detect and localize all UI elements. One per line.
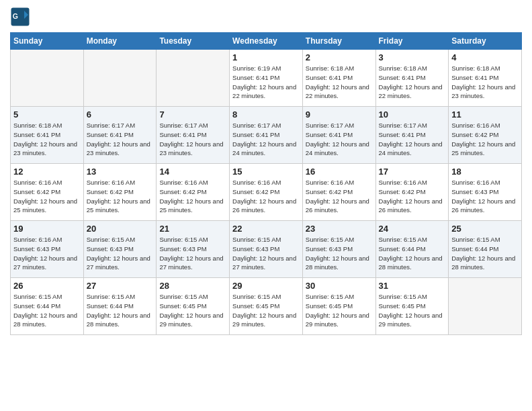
calendar-cell: 24Sunrise: 6:15 AM Sunset: 6:44 PM Dayli… [375, 221, 449, 278]
day-info: Sunrise: 6:16 AM Sunset: 6:42 PM Dayligh… [87, 178, 154, 215]
calendar-cell: 10Sunrise: 6:17 AM Sunset: 6:41 PM Dayli… [375, 107, 449, 164]
day-info: Sunrise: 6:16 AM Sunset: 6:42 PM Dayligh… [232, 178, 300, 215]
day-number: 27 [87, 281, 154, 291]
day-info: Sunrise: 6:16 AM Sunset: 6:42 PM Dayligh… [306, 178, 373, 215]
calendar-cell [11, 50, 84, 107]
day-info: Sunrise: 6:16 AM Sunset: 6:42 PM Dayligh… [379, 178, 446, 215]
calendar-cell: 31Sunrise: 6:15 AM Sunset: 6:45 PM Dayli… [375, 278, 449, 335]
calendar-cell: 11Sunrise: 6:16 AM Sunset: 6:42 PM Dayli… [449, 107, 522, 164]
day-info: Sunrise: 6:17 AM Sunset: 6:41 PM Dayligh… [306, 121, 373, 158]
svg-text:G: G [13, 12, 18, 20]
day-info: Sunrise: 6:17 AM Sunset: 6:41 PM Dayligh… [159, 121, 226, 158]
calendar-week-1: 1Sunrise: 6:19 AM Sunset: 6:41 PM Daylig… [11, 50, 522, 107]
weekday-header-tuesday: Tuesday [157, 33, 230, 50]
day-number: 25 [451, 224, 519, 234]
calendar-cell: 14Sunrise: 6:16 AM Sunset: 6:42 PM Dayli… [157, 164, 230, 221]
calendar-cell: 17Sunrise: 6:16 AM Sunset: 6:42 PM Dayli… [375, 164, 449, 221]
calendar-cell: 19Sunrise: 6:16 AM Sunset: 6:43 PM Dayli… [11, 221, 84, 278]
weekday-header-row: SundayMondayTuesdayWednesdayThursdayFrid… [11, 33, 522, 50]
day-info: Sunrise: 6:17 AM Sunset: 6:41 PM Dayligh… [379, 121, 446, 158]
calendar-cell: 21Sunrise: 6:15 AM Sunset: 6:43 PM Dayli… [157, 221, 230, 278]
calendar-cell: 30Sunrise: 6:15 AM Sunset: 6:45 PM Dayli… [302, 278, 375, 335]
day-number: 12 [13, 167, 81, 177]
calendar-cell: 22Sunrise: 6:15 AM Sunset: 6:43 PM Dayli… [230, 221, 303, 278]
calendar-cell [157, 50, 230, 107]
day-number: 6 [87, 109, 154, 120]
day-info: Sunrise: 6:15 AM Sunset: 6:43 PM Dayligh… [306, 235, 373, 272]
weekday-header-monday: Monday [83, 33, 157, 50]
day-info: Sunrise: 6:15 AM Sunset: 6:44 PM Dayligh… [13, 292, 81, 329]
day-number: 19 [13, 224, 81, 234]
day-number: 2 [306, 52, 373, 62]
day-number: 13 [87, 167, 154, 177]
day-number: 9 [306, 109, 373, 120]
day-info: Sunrise: 6:16 AM Sunset: 6:43 PM Dayligh… [451, 178, 519, 215]
day-info: Sunrise: 6:16 AM Sunset: 6:42 PM Dayligh… [13, 178, 81, 215]
day-number: 7 [159, 109, 226, 120]
day-number: 22 [232, 224, 300, 234]
calendar-cell: 16Sunrise: 6:16 AM Sunset: 6:42 PM Dayli… [302, 164, 375, 221]
day-number: 14 [159, 167, 226, 177]
calendar-cell [449, 278, 522, 335]
day-info: Sunrise: 6:15 AM Sunset: 6:43 PM Dayligh… [159, 235, 226, 272]
day-number: 31 [379, 281, 446, 291]
calendar-cell: 20Sunrise: 6:15 AM Sunset: 6:43 PM Dayli… [83, 221, 157, 278]
day-info: Sunrise: 6:15 AM Sunset: 6:43 PM Dayligh… [87, 235, 154, 272]
day-number: 30 [306, 281, 373, 291]
day-number: 1 [232, 52, 300, 62]
calendar-cell: 29Sunrise: 6:15 AM Sunset: 6:45 PM Dayli… [230, 278, 303, 335]
day-number: 8 [232, 109, 300, 120]
calendar-cell: 9Sunrise: 6:17 AM Sunset: 6:41 PM Daylig… [302, 107, 375, 164]
day-info: Sunrise: 6:15 AM Sunset: 6:44 PM Dayligh… [379, 235, 446, 272]
day-info: Sunrise: 6:15 AM Sunset: 6:45 PM Dayligh… [306, 292, 373, 329]
day-number: 24 [379, 224, 446, 234]
calendar-cell: 18Sunrise: 6:16 AM Sunset: 6:43 PM Dayli… [449, 164, 522, 221]
day-number: 21 [159, 224, 226, 234]
day-info: Sunrise: 6:16 AM Sunset: 6:43 PM Dayligh… [13, 235, 81, 272]
day-info: Sunrise: 6:18 AM Sunset: 6:41 PM Dayligh… [13, 121, 81, 158]
day-info: Sunrise: 6:17 AM Sunset: 6:41 PM Dayligh… [232, 121, 300, 158]
calendar-cell: 23Sunrise: 6:15 AM Sunset: 6:43 PM Dayli… [302, 221, 375, 278]
calendar-cell: 25Sunrise: 6:15 AM Sunset: 6:44 PM Dayli… [449, 221, 522, 278]
weekday-header-thursday: Thursday [302, 33, 375, 50]
day-number: 20 [87, 224, 154, 234]
day-number: 23 [306, 224, 373, 234]
calendar-header: SundayMondayTuesdayWednesdayThursdayFrid… [11, 33, 522, 50]
page-header: G [10, 7, 522, 27]
calendar-week-5: 26Sunrise: 6:15 AM Sunset: 6:44 PM Dayli… [11, 278, 522, 335]
weekday-header-sunday: Sunday [11, 33, 84, 50]
calendar-cell: 6Sunrise: 6:17 AM Sunset: 6:41 PM Daylig… [83, 107, 157, 164]
day-number: 26 [13, 281, 81, 291]
day-info: Sunrise: 6:18 AM Sunset: 6:41 PM Dayligh… [379, 64, 446, 101]
calendar-cell: 3Sunrise: 6:18 AM Sunset: 6:41 PM Daylig… [375, 50, 449, 107]
day-number: 16 [306, 167, 373, 177]
day-number: 10 [379, 109, 446, 120]
day-info: Sunrise: 6:15 AM Sunset: 6:45 PM Dayligh… [379, 292, 446, 329]
day-number: 4 [451, 52, 519, 62]
day-info: Sunrise: 6:16 AM Sunset: 6:42 PM Dayligh… [159, 178, 226, 215]
day-number: 15 [232, 167, 300, 177]
calendar-cell: 27Sunrise: 6:15 AM Sunset: 6:44 PM Dayli… [83, 278, 157, 335]
day-info: Sunrise: 6:19 AM Sunset: 6:41 PM Dayligh… [232, 64, 300, 101]
day-number: 3 [379, 52, 446, 62]
weekday-header-saturday: Saturday [449, 33, 522, 50]
calendar-cell: 13Sunrise: 6:16 AM Sunset: 6:42 PM Dayli… [83, 164, 157, 221]
day-info: Sunrise: 6:15 AM Sunset: 6:44 PM Dayligh… [451, 235, 519, 272]
calendar-cell: 1Sunrise: 6:19 AM Sunset: 6:41 PM Daylig… [230, 50, 303, 107]
day-info: Sunrise: 6:15 AM Sunset: 6:45 PM Dayligh… [159, 292, 226, 329]
day-number: 18 [451, 167, 519, 177]
calendar-cell: 12Sunrise: 6:16 AM Sunset: 6:42 PM Dayli… [11, 164, 84, 221]
calendar-cell: 8Sunrise: 6:17 AM Sunset: 6:41 PM Daylig… [230, 107, 303, 164]
day-info: Sunrise: 6:15 AM Sunset: 6:43 PM Dayligh… [232, 235, 300, 272]
weekday-header-friday: Friday [375, 33, 449, 50]
day-info: Sunrise: 6:15 AM Sunset: 6:44 PM Dayligh… [87, 292, 154, 329]
day-number: 5 [13, 109, 81, 120]
weekday-header-wednesday: Wednesday [230, 33, 303, 50]
calendar-cell: 2Sunrise: 6:18 AM Sunset: 6:41 PM Daylig… [302, 50, 375, 107]
calendar-week-4: 19Sunrise: 6:16 AM Sunset: 6:43 PM Dayli… [11, 221, 522, 278]
calendar-cell [83, 50, 157, 107]
day-info: Sunrise: 6:17 AM Sunset: 6:41 PM Dayligh… [87, 121, 154, 158]
calendar-cell: 26Sunrise: 6:15 AM Sunset: 6:44 PM Dayli… [11, 278, 84, 335]
day-info: Sunrise: 6:18 AM Sunset: 6:41 PM Dayligh… [306, 64, 373, 101]
calendar-table: SundayMondayTuesdayWednesdayThursdayFrid… [10, 32, 522, 335]
